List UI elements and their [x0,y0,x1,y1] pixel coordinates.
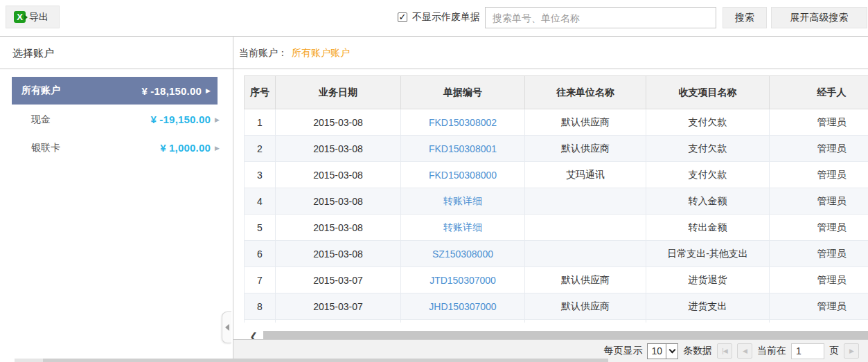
cell-item: 支付欠款 [646,109,770,136]
current-account-value[interactable]: 所有账户账户 [292,47,350,58]
next-page-button[interactable]: ▶ [844,343,859,359]
cell-doc-number[interactable]: FKD150308001 [401,136,525,162]
account-name: 现金 [31,114,51,126]
table-row[interactable]: 52015-03-08转账详细转出金额管理员 [245,215,868,241]
cell-counterparty [525,241,646,267]
current-page-label: 当前在 [757,345,786,357]
cell-counterparty [525,320,646,323]
column-header-item: 收支项目名称 [646,76,770,109]
table-row[interactable]: 82015-03-07JHD150307000默认供应商进货支出管理员 [245,293,868,320]
cell-item [646,320,770,323]
cell-doc-number [401,320,525,323]
cell-date [276,320,401,323]
cell-doc-number[interactable]: JTD150307000 [401,267,525,293]
account-balance: ¥ -19,150.00 [150,114,211,125]
cell-doc-number[interactable]: 转账详细 [401,215,525,241]
account-sidebar: 选择账户 所有账户 ¥ -18,150.00 ▶ 现金 ¥ -19,150.00… [0,37,233,362]
cell-item: 进货支出 [646,293,770,320]
cell-counterparty [525,215,646,241]
main-panel: 当前账户：所有账户账户 序号业务日期单据编号往来单位名称收支项目名称经手人 12… [233,37,868,362]
cell-counterparty: 艾玛通讯 [525,162,646,188]
account-item-unionpay[interactable]: 银联卡 ¥ 1,000.00 ▶ [0,134,233,162]
current-page-input[interactable] [791,343,824,359]
table-header-row: 序号业务日期单据编号往来单位名称收支项目名称经手人 [245,76,868,109]
table-row[interactable]: 62015-03-08SZ150308000日常支出-其他支出管理员 [245,241,868,267]
sidebar-collapse-handle[interactable] [222,311,231,343]
advanced-search-button[interactable]: 展开高级搜索 [771,7,867,28]
collapse-arrow-icon [225,324,229,331]
per-page-label: 每页显示 [603,345,642,357]
chevron-right-icon: ▶ [206,87,211,94]
items-label: 条数据 [683,345,712,357]
page-scrollbar-button[interactable] [15,359,43,362]
page-unit-label: 页 [829,345,839,357]
cell-doc-number[interactable]: FKD150308000 [401,162,525,188]
current-account-bar: 当前账户：所有账户账户 [233,37,868,69]
column-header-doc-number: 单据编号 [401,76,525,109]
excel-icon: X [14,11,26,23]
account-balance: ¥ 1,000.00 [160,142,211,154]
cell-doc-number[interactable]: JHD150307000 [401,293,525,320]
per-page-select[interactable]: 10 [647,343,678,359]
cell-no [245,320,276,323]
cell-handler: 管理员 [770,136,868,162]
search-input[interactable] [485,7,716,28]
column-header-counterparty: 往来单位名称 [525,76,646,109]
cell-item: 转出金额 [646,215,770,241]
search-button[interactable]: 搜索 [723,7,767,28]
app-window: X 导出 ✓ 不显示作废单据 搜索 展开高级搜索 选择账户 所有账户 ¥ -18… [0,0,868,362]
hide-voided-filter: ✓ 不显示作废单据 [398,11,480,24]
sidebar-title: 选择账户 [0,37,233,69]
cell-date: 2015-03-08 [276,136,401,162]
chevron-down-icon [666,344,677,359]
per-page-value: 10 [648,344,666,359]
table-row-partial [245,320,868,323]
account-name: 所有账户 [21,84,60,97]
cell-counterparty: 默认供应商 [525,293,646,320]
table-row[interactable]: 72015-03-07JTD150307000默认供应商进货退货管理员 [245,267,868,293]
export-button[interactable]: X 导出 [6,6,60,28]
column-header-no: 序号 [245,76,276,109]
first-page-button[interactable]: |◀ [717,343,732,359]
account-balance: ¥ -18,150.00 [141,85,202,97]
cell-handler: 管理员 [770,215,868,241]
cell-handler [770,320,868,323]
cell-no: 4 [245,188,276,215]
table-row[interactable]: 32015-03-08FKD150308000艾玛通讯支付欠款管理员 [245,162,868,188]
cell-handler: 管理员 [770,267,868,293]
hide-voided-label: 不显示作废单据 [412,11,480,24]
table-row[interactable]: 22015-03-08FKD150308001默认供应商支付欠款管理员 [245,136,868,162]
table-row[interactable]: 42015-03-08转账详细转入金额管理员 [245,188,868,215]
cell-no: 7 [245,267,276,293]
cell-counterparty: 默认供应商 [525,267,646,293]
page-scrollbar-thumb[interactable] [43,359,608,362]
hide-voided-checkbox[interactable]: ✓ [398,12,407,22]
cell-doc-number[interactable]: 转账详细 [401,188,525,215]
cell-item: 支付欠款 [646,162,770,188]
cell-no: 3 [245,162,276,188]
table-body: 12015-03-08FKD150308002默认供应商支付欠款管理员22015… [245,109,868,323]
cell-handler: 管理员 [770,109,868,136]
cell-doc-number[interactable]: FKD150308002 [401,109,525,136]
cell-date: 2015-03-08 [276,241,401,267]
cell-date: 2015-03-08 [276,188,401,215]
table-row[interactable]: 12015-03-08FKD150308002默认供应商支付欠款管理员 [245,109,868,136]
cell-date: 2015-03-07 [276,267,401,293]
cell-date: 2015-03-08 [276,109,401,136]
cell-item: 日常支出-其他支出 [646,241,770,267]
current-account-label: 当前账户： [239,47,287,58]
prev-page-button[interactable]: ◀ [737,343,752,359]
account-list: 所有账户 ¥ -18,150.00 ▶ 现金 ¥ -19,150.00 ▶ 银联… [0,77,233,162]
cell-handler: 管理员 [770,188,868,215]
chevron-right-icon: ▶ [215,145,220,152]
account-item-cash[interactable]: 现金 ¥ -19,150.00 ▶ [0,105,233,134]
transactions-table: 序号业务日期单据编号往来单位名称收支项目名称经手人 12015-03-08FKD… [244,75,868,323]
cell-item: 进货退货 [646,267,770,293]
account-name: 银联卡 [31,142,60,154]
cell-counterparty: 默认供应商 [525,109,646,136]
cell-date: 2015-03-07 [276,293,401,320]
cell-doc-number[interactable]: SZ150308000 [401,241,525,267]
cell-no: 2 [245,136,276,162]
account-item-all[interactable]: 所有账户 ¥ -18,150.00 ▶ [12,77,218,105]
toolbar: X 导出 ✓ 不显示作废单据 搜索 展开高级搜索 [0,0,868,36]
